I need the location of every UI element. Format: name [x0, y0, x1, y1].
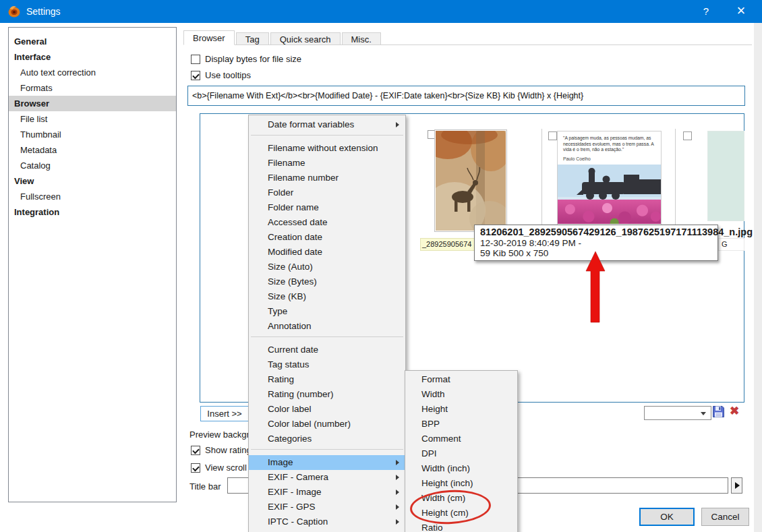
- show-rating-label: Show rating: [205, 445, 252, 455]
- insert-button[interactable]: Insert >>: [200, 406, 249, 421]
- submenu-arrow-icon: [396, 504, 399, 510]
- submenu-arrow-icon: [396, 460, 399, 465]
- submenu-item[interactable]: Format: [405, 372, 517, 387]
- context-menu-item[interactable]: Rating (number): [249, 387, 405, 402]
- context-menu-item[interactable]: Size (KB): [249, 289, 405, 304]
- sidebar-item[interactable]: Fullscreen: [9, 189, 176, 204]
- submenu-item[interactable]: DPI: [405, 446, 517, 461]
- ok-button[interactable]: OK: [639, 508, 695, 526]
- settings-window: Settings ? × General Interface Auto text…: [0, 0, 762, 532]
- submenu-item[interactable]: Width (inch): [405, 461, 517, 476]
- submenu-item[interactable]: Width: [405, 387, 517, 402]
- context-menu-item[interactable]: Filename without extension: [249, 141, 405, 156]
- tooltip-filename: 81206201_2892590567429126_19876251971711…: [480, 227, 712, 238]
- context-menu-item[interactable]: Size (Bytes): [249, 274, 405, 289]
- tooltip-date: 12-30-2019 8:40:49 PM -: [480, 238, 712, 248]
- submenu-arrow-icon: [396, 122, 399, 127]
- context-menu-item[interactable]: IPTC - Keywords&Categories: [249, 529, 405, 532]
- sidebar-item[interactable]: Thumbnail: [9, 127, 176, 142]
- submenu-arrow-icon: [396, 490, 399, 495]
- context-menu-item[interactable]: Creation date: [249, 230, 405, 245]
- use-tooltips-checkbox[interactable]: [191, 71, 200, 80]
- context-menu-item[interactable]: Color label: [249, 402, 405, 417]
- view-scroll-checkbox[interactable]: [191, 463, 200, 473]
- show-rating-checkbox[interactable]: [191, 446, 200, 455]
- cancel-button[interactable]: Cancel: [701, 508, 749, 526]
- context-menu-item[interactable]: Color label (number): [249, 417, 405, 432]
- window-title: Settings: [26, 6, 61, 17]
- context-menu-item[interactable]: Tag status: [249, 357, 405, 372]
- template-preset-dropdown[interactable]: [644, 406, 711, 420]
- context-menu-item[interactable]: Filename: [249, 156, 405, 171]
- sidebar-item[interactable]: File list: [9, 111, 176, 127]
- submenu-item[interactable]: BPP: [405, 417, 517, 432]
- thumbnail-checkbox[interactable]: [548, 131, 557, 140]
- use-tooltips-row: Use tooltips: [191, 70, 251, 80]
- view-scroll-label: View scroll t: [205, 463, 252, 473]
- context-menu-item[interactable]: IPTC - Caption: [249, 514, 405, 529]
- sidebar-item[interactable]: Browser: [9, 96, 176, 111]
- context-menu-item: [249, 449, 405, 455]
- deer-thumbnail[interactable]: [434, 129, 507, 232]
- display-bytes-checkbox[interactable]: [191, 55, 200, 64]
- title-bar-field-label: Title bar: [189, 481, 221, 492]
- desktop-edge: [754, 23, 762, 532]
- context-menu-item[interactable]: Date format variables: [249, 117, 405, 132]
- use-tooltips-label: Use tooltips: [205, 70, 251, 80]
- train-photo: [558, 165, 661, 224]
- sidebar-item[interactable]: Interface: [9, 49, 176, 65]
- context-menu-item[interactable]: Folder name: [249, 200, 405, 215]
- quote-train-thumbnail[interactable]: "A paisagem muda, as pessoas mudam, as n…: [557, 131, 662, 232]
- show-rating-row: Show rating: [191, 445, 252, 455]
- context-menu-item[interactable]: EXIF - Image: [249, 485, 405, 500]
- context-menu-item[interactable]: EXIF - Camera: [249, 470, 405, 485]
- sidebar-item[interactable]: Formats: [9, 80, 176, 96]
- sidebar-item[interactable]: Catalog: [9, 158, 176, 173]
- context-menu-item[interactable]: Filename number: [249, 171, 405, 185]
- submenu-item[interactable]: Height: [405, 402, 517, 417]
- context-menu-item[interactable]: Rating: [249, 372, 405, 387]
- thumbnail-cell-divider: [675, 129, 676, 233]
- settings-category-list: General Interface Auto text correction F…: [8, 27, 177, 502]
- context-menu-item[interactable]: Accessed date: [249, 215, 405, 230]
- context-menu-item[interactable]: Image: [249, 455, 405, 470]
- save-template-icon[interactable]: [712, 405, 726, 419]
- thumbnail-cell-divider: [541, 129, 542, 233]
- context-menu-item[interactable]: Modified date: [249, 245, 405, 260]
- context-menu-item[interactable]: Annotation: [249, 319, 405, 334]
- sidebar-item[interactable]: View: [9, 173, 176, 189]
- app-logo-icon: [7, 5, 21, 18]
- tooltip-template-input[interactable]: [187, 86, 745, 106]
- context-menu-item[interactable]: EXIF - GPS: [249, 500, 405, 514]
- variables-context-menu: Date format variables Filename without e…: [248, 115, 406, 532]
- context-menu-item: [249, 135, 405, 141]
- help-button[interactable]: ?: [691, 0, 722, 23]
- partial-thumbnail[interactable]: [707, 131, 744, 221]
- submenu-item[interactable]: Height (inch): [405, 476, 517, 491]
- context-menu-item[interactable]: Categories: [249, 432, 405, 446]
- context-menu-item[interactable]: Size (Auto): [249, 260, 405, 274]
- chevron-down-icon: [701, 412, 706, 415]
- sidebar-item[interactable]: Metadata: [9, 142, 176, 158]
- context-menu-item[interactable]: Type: [249, 304, 405, 319]
- context-menu-item[interactable]: Folder: [249, 185, 405, 200]
- context-menu-item[interactable]: Current date: [249, 343, 405, 357]
- display-bytes-row: Display bytes for file size: [191, 54, 301, 64]
- close-button[interactable]: ×: [726, 0, 757, 23]
- tab[interactable]: Browser: [183, 30, 235, 45]
- tab[interactable]: Quick search: [270, 32, 341, 45]
- tab[interactable]: Misc.: [342, 32, 381, 45]
- submenu-item[interactable]: Comment: [405, 432, 517, 446]
- sidebar-item[interactable]: General: [9, 34, 176, 49]
- tab[interactable]: Tag: [236, 32, 269, 45]
- submenu-arrow-icon: [396, 475, 399, 480]
- title-bar-insert-arrow-button[interactable]: [731, 477, 742, 494]
- quote-author: Paulo Coelho: [558, 153, 661, 165]
- sidebar-item[interactable]: Auto text correction: [9, 65, 176, 80]
- thumbnail-filename-label: G: [718, 238, 744, 251]
- delete-template-icon[interactable]: ✖: [727, 404, 742, 419]
- thumbnail-checkbox[interactable]: [683, 131, 692, 140]
- tab-bar: Browser Tag Quick search Misc.: [183, 30, 382, 45]
- view-scroll-row: View scroll t: [191, 463, 252, 473]
- sidebar-item[interactable]: Integration: [9, 204, 176, 220]
